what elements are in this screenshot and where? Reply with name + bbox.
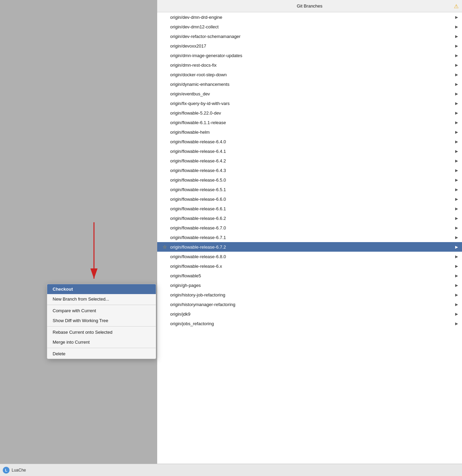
branch-submenu-arrow-icon: ▶ [455, 82, 458, 87]
branch-name: origin/docker-root-step-down [170, 72, 227, 77]
branch-item[interactable]: origin/flowable-release-6.5.1▶ [157, 185, 462, 194]
branch-submenu-arrow-icon: ▶ [455, 321, 458, 326]
panel-header: Git Branches ⚠ [157, 0, 462, 12]
branch-name: origin/flowable-5.22.0-dev [170, 110, 221, 116]
branch-name: origin/flowable-release-6.6.0 [170, 197, 226, 202]
branch-item[interactable]: origin/history-job-refactoring▶ [157, 290, 462, 300]
branch-name: origin/gh-pages [170, 283, 201, 288]
context-menu-item-show-diff[interactable]: Show Diff with Working Tree [47, 316, 156, 326]
branch-submenu-arrow-icon: ▶ [455, 274, 458, 278]
branch-name: origin/jobs_refactoring [170, 321, 214, 326]
context-menu-separator [47, 348, 156, 348]
panel-title: Git Branches [297, 3, 322, 9]
branch-submenu-arrow-icon: ▶ [455, 149, 458, 154]
branch-item[interactable]: origin/dmn-image-generator-updates▶ [157, 51, 462, 60]
branch-item[interactable]: origin/flowable-release-6.x▶ [157, 261, 462, 271]
branch-item[interactable]: origin/historymanager-refactoring▶ [157, 300, 462, 309]
context-menu-separator [47, 305, 156, 305]
context-menu-item-checkout[interactable]: Checkout [47, 284, 156, 294]
branch-name: origin/devoxx2017 [170, 43, 206, 49]
warning-icon: ⚠ [454, 3, 459, 9]
branch-submenu-arrow-icon: ▶ [455, 235, 458, 240]
branch-name: origin/flowable-release-6.4.0 [170, 139, 226, 144]
branch-submenu-arrow-icon: ▶ [455, 168, 458, 173]
branch-submenu-arrow-icon: ▶ [455, 120, 458, 125]
branch-submenu-arrow-icon: ▶ [455, 226, 458, 230]
branch-item[interactable]: origin/flowable-release-6.7.1▶ [157, 233, 462, 242]
branch-submenu-arrow-icon: ▶ [455, 302, 458, 307]
branch-name: origin/dynamic-enhancements [170, 82, 229, 87]
branch-item[interactable]: origin/flowable-release-6.6.0▶ [157, 194, 462, 204]
branch-submenu-arrow-icon: ▶ [455, 207, 458, 211]
branch-name: origin/dev-dmn-drd-engine [170, 15, 222, 20]
branch-submenu-arrow-icon: ▶ [455, 15, 458, 19]
branch-item[interactable]: origin/flowable-6.1.1-release▶ [157, 118, 462, 127]
git-branches-panel: Git Branches ⚠ origin/dev-dmn-drd-engine… [157, 0, 462, 476]
branch-item[interactable]: origin/dev-dmn12-collect▶ [157, 22, 462, 31]
branch-name: origin/flowable-release-6.7.0 [170, 225, 226, 230]
branch-name: origin/flowable-release-6.4.2 [170, 158, 226, 163]
branch-name: origin/flowable-release-6.x [170, 264, 222, 269]
branch-item[interactable]: origin/fix-query-by-id-with-vars▶ [157, 98, 462, 108]
context-menu-separator [47, 326, 156, 327]
branch-name: origin/flowable-release-6.8.0 [170, 254, 226, 259]
bottom-bar-text: LuaChe [12, 468, 26, 473]
branch-item[interactable]: origin/flowable-release-6.7.0▶ [157, 223, 462, 233]
context-menu-item-rebase[interactable]: Rebase Current onto Selected [47, 327, 156, 337]
branch-submenu-arrow-icon: ▶ [455, 92, 458, 96]
context-menu: CheckoutNew Branch from Selected...Compa… [47, 284, 156, 359]
branch-item[interactable]: origin/gh-pages▶ [157, 280, 462, 290]
branch-submenu-arrow-icon: ▶ [455, 178, 458, 182]
branch-item[interactable]: origin/flowable5▶ [157, 271, 462, 280]
bottom-bar-icon: L [3, 467, 10, 474]
branch-submenu-arrow-icon: ▶ [455, 159, 458, 163]
branch-name: origin/flowable-release-6.4.1 [170, 149, 226, 154]
branch-item[interactable]: origin/flowable-release-6.4.3▶ [157, 166, 462, 175]
context-menu-item-delete[interactable]: Delete [47, 349, 156, 359]
branch-submenu-arrow-icon: ▶ [455, 216, 458, 221]
branch-submenu-arrow-icon: ▶ [455, 25, 458, 29]
context-menu-item-merge[interactable]: Merge into Current [47, 337, 156, 347]
branch-item[interactable]: origin/devoxx2017▶ [157, 41, 462, 51]
branch-list[interactable]: origin/dev-dmn-drd-engine▶origin/dev-dmn… [157, 12, 462, 476]
branch-star-icon: ☆ [163, 244, 168, 250]
branch-item[interactable]: origin/jobs_refactoring▶ [157, 319, 462, 328]
branch-submenu-arrow-icon: ▶ [455, 245, 458, 249]
branch-submenu-arrow-icon: ▶ [455, 130, 458, 134]
branch-name: origin/dmn-rest-docs-fix [170, 63, 217, 68]
branch-item[interactable]: origin/dev-dmn-drd-engine▶ [157, 12, 462, 22]
branch-item[interactable]: origin/flowable-5.22.0-dev▶ [157, 108, 462, 118]
branch-submenu-arrow-icon: ▶ [455, 283, 458, 288]
branch-submenu-arrow-icon: ▶ [455, 312, 458, 316]
branch-name: origin/flowable-release-6.7.1 [170, 235, 226, 240]
branch-item[interactable]: origin/flowable-helm▶ [157, 127, 462, 137]
branch-name: origin/flowable-release-6.6.1 [170, 206, 226, 211]
branch-item[interactable]: origin/flowable-release-6.5.0▶ [157, 175, 462, 185]
branch-item[interactable]: origin/flowable-release-6.6.1▶ [157, 204, 462, 213]
branch-item[interactable]: origin/flowable-release-6.6.2▶ [157, 213, 462, 223]
branch-name: origin/historymanager-refactoring [170, 302, 235, 307]
branch-item[interactable]: ☆origin/flowable-release-6.7.2▶ [157, 242, 462, 252]
context-menu-item-compare-with-current[interactable]: Compare with Current [47, 306, 156, 316]
branch-item[interactable]: origin/dynamic-enhancements▶ [157, 79, 462, 89]
branch-submenu-arrow-icon: ▶ [455, 101, 458, 106]
branch-item[interactable]: origin/dmn-rest-docs-fix▶ [157, 60, 462, 70]
branch-item[interactable]: origin/flowable-release-6.4.0▶ [157, 137, 462, 146]
branch-item[interactable]: origin/docker-root-step-down▶ [157, 70, 462, 79]
context-menu-item-new-branch[interactable]: New Branch from Selected... [47, 294, 156, 304]
branch-item[interactable]: origin/jdk9▶ [157, 309, 462, 319]
branch-name: origin/dev-dmn12-collect [170, 24, 219, 29]
branch-name: origin/eventbus_dev [170, 91, 210, 96]
branch-item[interactable]: origin/dev-refactor-schemamanager▶ [157, 31, 462, 41]
branch-submenu-arrow-icon: ▶ [455, 44, 458, 48]
branch-name: origin/jdk9 [170, 312, 190, 317]
branch-item[interactable]: origin/flowable-release-6.8.0▶ [157, 252, 462, 261]
branch-item[interactable]: origin/eventbus_dev▶ [157, 89, 462, 98]
branch-submenu-arrow-icon: ▶ [455, 293, 458, 297]
branch-item[interactable]: origin/flowable-release-6.4.2▶ [157, 156, 462, 166]
branch-item[interactable]: origin/flowable-release-6.4.1▶ [157, 146, 462, 156]
branch-name: origin/dmn-image-generator-updates [170, 53, 242, 58]
branch-name: origin/flowable-release-6.4.3 [170, 168, 226, 173]
branch-submenu-arrow-icon: ▶ [455, 254, 458, 259]
branch-name: origin/flowable-release-6.5.1 [170, 187, 226, 192]
